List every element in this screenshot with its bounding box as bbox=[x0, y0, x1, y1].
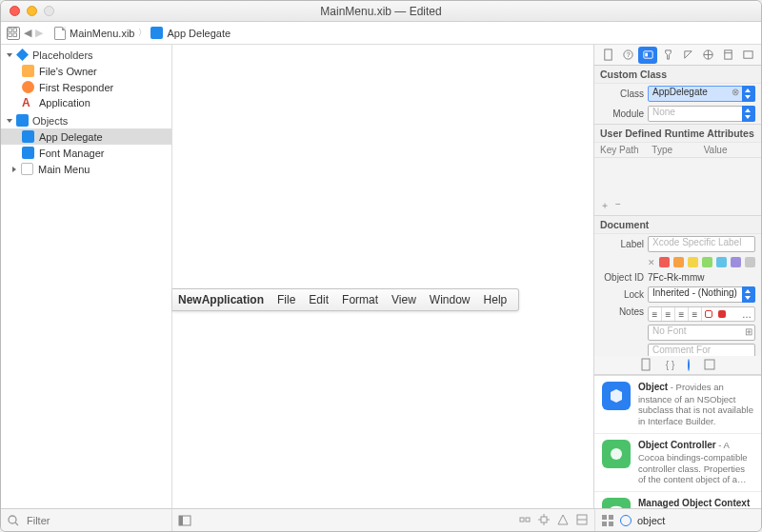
outline-section-objects[interactable]: Objects bbox=[1, 110, 171, 128]
svg-rect-20 bbox=[179, 516, 183, 525]
svg-rect-8 bbox=[645, 53, 648, 57]
align-justify-icon[interactable]: ≡ bbox=[689, 307, 702, 321]
align-button[interactable] bbox=[518, 513, 531, 528]
main-area: Placeholders File's Owner First Responde… bbox=[1, 45, 761, 508]
color-swatch[interactable] bbox=[673, 257, 684, 267]
svg-rect-31 bbox=[609, 515, 613, 520]
module-field[interactable]: None bbox=[648, 106, 755, 122]
color-swatch[interactable] bbox=[731, 257, 741, 267]
remove-attribute-button[interactable]: − bbox=[615, 199, 621, 212]
filter-icon[interactable] bbox=[7, 514, 20, 527]
color-swatch[interactable] bbox=[702, 257, 712, 267]
color-swatch[interactable] bbox=[716, 257, 727, 267]
library-item-object-controller[interactable]: Object Controller - A Cocoa bindings-com… bbox=[594, 434, 761, 492]
controller-icon bbox=[602, 440, 631, 468]
outline-filter-input[interactable] bbox=[25, 514, 166, 527]
effects-inspector-tab[interactable] bbox=[738, 47, 757, 64]
main-menu-preview[interactable]: NewApplication File Edit Format View Win… bbox=[172, 288, 519, 311]
font-picker-icon[interactable]: ⊞ bbox=[745, 326, 752, 337]
circle-icon bbox=[688, 359, 690, 371]
media-library-tab[interactable] bbox=[703, 358, 716, 373]
svg-rect-33 bbox=[609, 522, 613, 526]
menu-item[interactable]: File bbox=[277, 293, 295, 306]
svg-point-17 bbox=[9, 516, 16, 523]
embed-button[interactable] bbox=[575, 513, 589, 528]
interface-builder-canvas[interactable]: NewApplication File Edit Format View Win… bbox=[172, 45, 594, 508]
class-field[interactable]: AppDelegate⊗ bbox=[648, 86, 755, 102]
notes-toolbar[interactable]: ≡ ≡ ≡ ≡ … bbox=[648, 306, 755, 322]
outline-item-app-delegate[interactable]: App Delegate bbox=[1, 128, 171, 145]
back-button[interactable]: ◀ bbox=[24, 27, 31, 39]
database-icon bbox=[602, 498, 631, 508]
attributes-inspector-tab[interactable] bbox=[658, 47, 677, 64]
color-swatch[interactable] bbox=[688, 257, 698, 267]
forward-button[interactable]: ▶ bbox=[35, 27, 43, 39]
library-item-object[interactable]: Object - Provides an instance of an NSOb… bbox=[594, 376, 761, 434]
outline-item-label: Main Menu bbox=[38, 164, 90, 175]
font-field[interactable]: No Font ⊞ bbox=[648, 325, 755, 341]
outline-filter-bar bbox=[1, 509, 172, 531]
outline-item-files-owner[interactable]: File's Owner bbox=[1, 63, 171, 79]
color-swatch[interactable] bbox=[745, 257, 755, 267]
svg-rect-0 bbox=[9, 28, 11, 30]
row-lock: Lock Inherited - (Nothing) bbox=[594, 285, 761, 305]
menu-icon bbox=[21, 163, 33, 175]
grid-view-icon[interactable] bbox=[601, 514, 614, 527]
menu-item[interactable]: Format bbox=[342, 293, 378, 306]
label-object-id: Object ID bbox=[600, 272, 644, 283]
file-inspector-tab[interactable] bbox=[598, 47, 617, 64]
bindings-inspector-tab[interactable] bbox=[718, 47, 737, 64]
outline-item-first-responder[interactable]: First Responder bbox=[1, 79, 171, 95]
runtime-table[interactable] bbox=[594, 158, 761, 196]
menu-item[interactable]: View bbox=[391, 293, 416, 306]
size-inspector-tab[interactable] bbox=[678, 47, 697, 64]
toggle-outline-button[interactable] bbox=[178, 514, 191, 527]
outline-item-main-menu[interactable]: Main Menu bbox=[1, 161, 171, 177]
outline-section-placeholders[interactable]: Placeholders bbox=[1, 45, 171, 63]
outline-item-application[interactable]: Application bbox=[1, 95, 171, 110]
code-snippet-library-tab[interactable]: { } bbox=[666, 360, 674, 370]
text-color-icon[interactable] bbox=[702, 307, 715, 321]
menu-item[interactable]: Help bbox=[484, 293, 508, 306]
breadcrumb-object[interactable]: App Delegate bbox=[167, 28, 231, 39]
bg-color-icon[interactable] bbox=[715, 307, 729, 321]
lock-select[interactable]: Inherited - (Nothing) bbox=[648, 286, 755, 303]
footer-bar: object bbox=[1, 508, 761, 531]
align-center-icon[interactable]: ≡ bbox=[662, 307, 675, 321]
quick-help-tab[interactable]: ? bbox=[618, 47, 637, 64]
outline-item-label: First Responder bbox=[39, 82, 113, 93]
resolve-issues-button[interactable] bbox=[556, 513, 570, 528]
menu-item[interactable]: Edit bbox=[309, 293, 329, 306]
svg-line-18 bbox=[15, 522, 18, 525]
file-template-library-tab[interactable] bbox=[639, 358, 652, 373]
label-field[interactable]: Xcode Specific Label bbox=[648, 236, 755, 252]
stepper-control[interactable] bbox=[742, 86, 755, 102]
menu-item[interactable]: Window bbox=[430, 293, 471, 306]
outline-item-font-manager[interactable]: Font Manager bbox=[1, 145, 171, 161]
stepper-control[interactable] bbox=[742, 286, 755, 303]
object-filter-icon[interactable] bbox=[620, 515, 632, 526]
related-items-button[interactable] bbox=[7, 27, 20, 40]
label-class: Class bbox=[600, 89, 644, 99]
menu-app-name[interactable]: NewApplication bbox=[178, 293, 264, 306]
clear-icon[interactable]: ⊗ bbox=[732, 87, 739, 97]
library-item-managed-object-context[interactable]: Managed Object Context - An instance of … bbox=[594, 492, 761, 508]
connections-inspector-tab[interactable] bbox=[698, 47, 717, 64]
object-library[interactable]: Object - Provides an instance of an NSOb… bbox=[594, 375, 761, 508]
library-filter-value[interactable]: object bbox=[637, 515, 665, 526]
pin-button[interactable] bbox=[537, 513, 551, 528]
breadcrumb-file[interactable]: MainMenu.xib bbox=[70, 28, 134, 39]
label-colors: ✕ bbox=[594, 254, 761, 270]
align-right-icon[interactable]: ≡ bbox=[675, 307, 689, 321]
chevron-right-icon[interactable] bbox=[12, 167, 16, 172]
identity-inspector-tab[interactable] bbox=[638, 47, 657, 64]
color-swatch[interactable] bbox=[659, 257, 670, 267]
notes-more-icon[interactable]: … bbox=[729, 307, 754, 321]
file-icon bbox=[54, 27, 66, 40]
object-library-tab[interactable] bbox=[688, 360, 690, 370]
stepper-control[interactable] bbox=[742, 106, 755, 122]
svg-point-15 bbox=[611, 448, 622, 460]
color-clear-icon[interactable]: ✕ bbox=[648, 258, 655, 267]
align-left-icon[interactable]: ≡ bbox=[649, 307, 662, 321]
add-attribute-button[interactable]: ＋ bbox=[600, 199, 610, 212]
